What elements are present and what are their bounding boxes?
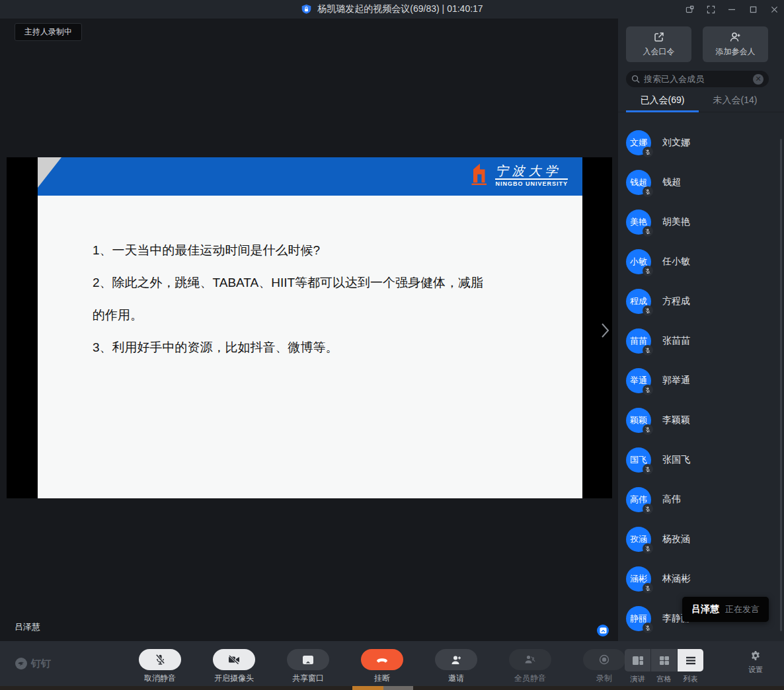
add-participant-button[interactable]: 添加参会人: [703, 26, 768, 62]
settings-button[interactable]: 设置: [748, 650, 763, 675]
member-row[interactable]: 文娜 刘文娜: [618, 123, 784, 163]
invite-person-icon: [450, 654, 462, 666]
mic-muted-icon: [643, 623, 653, 633]
member-row[interactable]: 程成 方程成: [618, 282, 784, 321]
mic-muted-icon: [155, 654, 166, 666]
dingtalk-logo-label: 钉钉: [31, 658, 51, 670]
settings-label: 设置: [748, 665, 763, 675]
tab-not-joined[interactable]: 未入会(14): [699, 93, 771, 112]
member-row[interactable]: 涵彬 林涵彬: [618, 559, 784, 599]
grid-view-icon: [659, 656, 670, 666]
share-window-button[interactable]: 共享窗口: [279, 649, 337, 684]
fullscreen-icon[interactable]: [706, 5, 715, 14]
mute-all-icon: [524, 654, 536, 665]
member-row[interactable]: 高伟 高伟: [618, 480, 784, 519]
secure-lock-icon: [301, 4, 312, 15]
scrollbar[interactable]: [780, 139, 782, 631]
member-row[interactable]: 美艳 胡美艳: [618, 202, 784, 242]
search-input[interactable]: [644, 74, 749, 84]
slide-line: 3、利用好手中的资源，比如抖音、微博等。: [93, 331, 556, 364]
speaking-tooltip: 吕泽慧 正在发言: [682, 597, 769, 622]
add-participant-label: 添加参会人: [716, 46, 756, 58]
bottom-toolbar: 钉钉 取消静音 开启摄像头 共享窗口: [0, 641, 784, 686]
taskbar-gray-segment: [383, 686, 413, 690]
mute-all-button[interactable]: 全员静音: [501, 649, 559, 684]
record-label: 录制: [596, 673, 612, 684]
next-page-chevron[interactable]: [597, 317, 613, 344]
member-name: 杨孜涵: [662, 533, 690, 545]
avatar: 静丽: [626, 606, 651, 631]
view-speaker-button[interactable]: 演讲: [625, 649, 650, 684]
member-name: 刘文娜: [662, 137, 690, 149]
member-name: 张国飞: [662, 454, 690, 466]
mic-muted-icon: [643, 345, 653, 356]
external-link-icon: [653, 31, 665, 43]
mic-muted-icon: [643, 305, 653, 316]
recording-badge: 主持人录制中: [15, 23, 82, 41]
avatar: 颖颖: [626, 408, 651, 433]
video-stage: 主持人录制中 宁波大学 NINGBO UNIVERSITY: [0, 19, 618, 641]
speaker-view-icon: [632, 656, 644, 666]
avatar: 文娜: [626, 130, 651, 155]
camera-on-button[interactable]: 开启摄像头: [205, 649, 263, 684]
speaking-status: 正在发言: [725, 603, 760, 615]
member-row[interactable]: 孜涵 杨孜涵: [618, 519, 784, 559]
mic-muted-icon: [643, 543, 653, 554]
mic-muted-icon: [643, 385, 653, 395]
minimize-button[interactable]: [727, 5, 736, 14]
member-row[interactable]: 举通 郭举通: [618, 361, 784, 401]
slide-header-band: 宁波大学 NINGBO UNIVERSITY: [38, 157, 582, 196]
member-name: 林涵彬: [662, 573, 690, 585]
meeting-title: 杨凯璐发起的视频会议(69/83) | 01:40:17: [317, 3, 483, 15]
view-grid-button[interactable]: 宫格: [651, 649, 677, 684]
participants-panel: 入会口令 添加参会人 ✕ 已入会(69) 未入会(14) 文娜 刘文娜: [618, 19, 784, 641]
maximize-button[interactable]: [748, 5, 758, 14]
mic-muted-icon: [643, 504, 653, 514]
shared-screen-frame: 宁波大学 NINGBO UNIVERSITY 1、一天当中的最佳运动时间是什么时…: [7, 157, 612, 498]
member-row[interactable]: 颖颖 李颖颖: [618, 401, 784, 440]
avatar: 孜涵: [626, 527, 651, 552]
mic-muted-icon: [643, 266, 653, 276]
gear-icon: [750, 650, 761, 661]
avatar: 小敏: [626, 249, 651, 274]
view-list-button[interactable]: 列表: [678, 649, 703, 684]
university-emblem-icon: [470, 163, 490, 188]
mic-muted-icon: [643, 583, 653, 594]
search-box[interactable]: ✕: [626, 71, 769, 87]
slide-fold-corner: [38, 157, 61, 188]
title-bar: 杨凯璐发起的视频会议(69/83) | 01:40:17: [0, 0, 784, 19]
member-row[interactable]: 国飞 张国飞: [618, 440, 784, 480]
share-window-icon: [302, 655, 314, 665]
unmute-button[interactable]: 取消静音: [131, 649, 189, 684]
camera-off-icon: [227, 654, 241, 665]
tab-joined[interactable]: 已入会(69): [626, 93, 699, 112]
clear-search-icon[interactable]: ✕: [753, 74, 764, 85]
dingtalk-logo-icon: [15, 657, 28, 670]
camera-label: 开启摄像头: [214, 673, 254, 684]
slide-line: 2、除此之外，跳绳、TABATA、HIIT等都可以达到一个强身健体，减脂: [93, 266, 556, 299]
hangup-label: 挂断: [374, 673, 390, 684]
close-button[interactable]: [769, 5, 779, 14]
member-name: 郭举通: [662, 375, 690, 387]
mic-muted-icon: [643, 147, 653, 157]
slide-text: 1、一天当中的最佳运动时间是什么时候? 2、除此之外，跳绳、TABATA、HII…: [38, 196, 582, 364]
screen-share-indicator-icon: [597, 625, 609, 636]
share-window-label: 共享窗口: [292, 673, 324, 684]
participant-tabs: 已入会(69) 未入会(14): [618, 93, 784, 112]
hangup-button[interactable]: 挂断: [353, 649, 411, 684]
avatar: 国飞: [626, 447, 651, 473]
presentation-slide: 宁波大学 NINGBO UNIVERSITY 1、一天当中的最佳运动时间是什么时…: [38, 157, 582, 498]
mini-window-icon[interactable]: [685, 5, 694, 14]
join-code-label: 入会口令: [643, 46, 675, 58]
member-row[interactable]: 苗苗 张苗苗: [618, 321, 784, 361]
invite-button[interactable]: 邀请: [427, 649, 485, 684]
person-add-icon: [729, 31, 742, 43]
list-view-icon: [685, 656, 697, 665]
avatar: 钱超: [626, 170, 651, 195]
join-code-button[interactable]: 入会口令: [626, 26, 691, 62]
member-row[interactable]: 钱超 钱超: [618, 163, 784, 202]
mic-muted-icon: [643, 226, 653, 237]
avatar: 苗苗: [626, 328, 651, 354]
member-row[interactable]: 小敏 任小敏: [618, 242, 784, 282]
speaking-name: 吕泽慧: [691, 603, 719, 615]
